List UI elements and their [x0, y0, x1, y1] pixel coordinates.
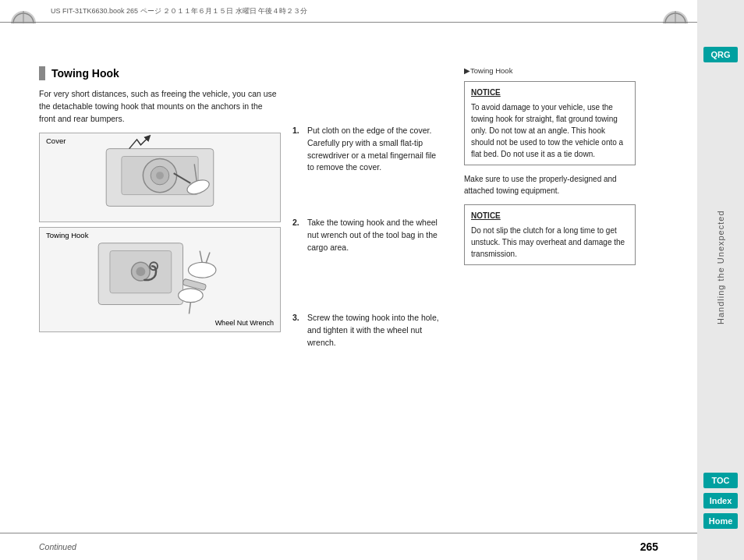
- notice-box-2: NOTICE Do not slip the clutch for a long…: [464, 204, 636, 265]
- illustration-hook: Towing Hook: [39, 227, 281, 332]
- step-1-num: 1.: [292, 125, 303, 174]
- footer-bar: Continued 265: [0, 533, 697, 560]
- svg-line-33: [189, 303, 190, 314]
- continued-text: Continued: [39, 542, 76, 551]
- sidebar-section-label: Handling the Unexpected: [716, 62, 725, 473]
- right-sidebar: QRG Handling the Unexpected TOC Index Ho…: [697, 0, 744, 560]
- wheel-nut-wrench-label: Wheel Nut Wrench: [215, 319, 274, 327]
- notice-2-text: Do not slip the clutch for a long time t…: [471, 225, 629, 260]
- step-2-num: 2.: [292, 217, 303, 253]
- steps-column: 1. Put cloth on the edge of the cover. C…: [292, 66, 445, 529]
- svg-point-27: [136, 267, 145, 276]
- intro-text: For very short distances, such as freein…: [39, 88, 281, 125]
- svg-point-32: [179, 289, 204, 303]
- svg-line-30: [200, 251, 202, 263]
- cover-label: Cover: [46, 136, 66, 145]
- towing-hook-label: Towing Hook: [46, 231, 88, 239]
- step-2-text: Take the towing hook and the wheel nut w…: [307, 217, 445, 253]
- page-number: 265: [640, 541, 658, 553]
- step-1-text: Put cloth on the edge of the cover. Care…: [307, 125, 445, 174]
- print-info: US FIT-31TK6630.book 265 ページ ２０１１年６月１５日 …: [51, 6, 307, 16]
- illustration-cover: Cover: [39, 133, 281, 222]
- left-column: Towing Hook For very short distances, su…: [39, 66, 281, 529]
- title-bar-icon: [39, 66, 45, 80]
- step-3: 3. Screw the towing hook into the hole, …: [292, 312, 445, 349]
- step-2: 2. Take the towing hook and the wheel nu…: [292, 217, 445, 253]
- svg-line-31: [206, 253, 210, 264]
- notice-1-title: NOTICE: [471, 87, 629, 98]
- notice-box-1: NOTICE To avoid damage to your vehicle, …: [464, 81, 636, 165]
- top-border: [0, 22, 744, 23]
- step-1: 1. Put cloth on the edge of the cover. C…: [292, 125, 445, 174]
- home-button[interactable]: Home: [703, 513, 738, 529]
- section-title-row: Towing Hook: [39, 66, 281, 80]
- svg-point-29: [188, 263, 215, 278]
- step-3-text: Screw the towing hook into the hole, and…: [307, 312, 445, 349]
- section-title-text: Towing Hook: [51, 67, 119, 80]
- svg-point-20: [156, 172, 164, 179]
- notice-2-title: NOTICE: [471, 210, 629, 222]
- index-button[interactable]: Index: [703, 493, 738, 509]
- panel-breadcrumb-text: ▶Towing Hook: [464, 66, 512, 75]
- main-content: Towing Hook For very short distances, su…: [0, 23, 697, 560]
- right-info-panel: ▶Towing Hook NOTICE To avoid damage to y…: [456, 66, 636, 529]
- panel-breadcrumb: ▶Towing Hook: [464, 66, 636, 75]
- qrg-button[interactable]: QRG: [703, 47, 738, 62]
- step-3-num: 3.: [292, 312, 303, 349]
- toc-button[interactable]: TOC: [703, 473, 738, 488]
- notice-1-text: To avoid damage to your vehicle, use the…: [471, 101, 629, 160]
- middle-text: Make sure to use the properly-designed a…: [464, 173, 636, 197]
